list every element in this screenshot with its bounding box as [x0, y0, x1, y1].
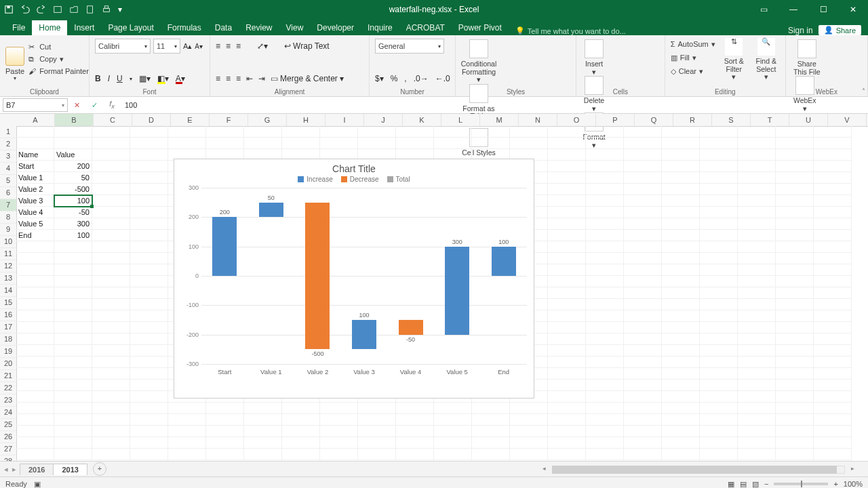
wrap-text-button[interactable]: ↩Wrap Text — [284, 41, 330, 51]
close-icon[interactable]: ✕ — [838, 0, 868, 19]
cell[interactable] — [776, 437, 814, 449]
cell[interactable] — [54, 414, 92, 426]
cell[interactable] — [776, 161, 814, 172]
cell[interactable] — [738, 287, 776, 299]
cell[interactable] — [586, 368, 624, 380]
cell[interactable] — [548, 184, 586, 195]
share-button[interactable]: 👤 Share — [818, 25, 861, 35]
cell[interactable] — [92, 345, 130, 357]
touch-icon[interactable] — [53, 5, 62, 14]
cell[interactable] — [320, 126, 358, 138]
cell[interactable] — [54, 368, 92, 380]
cell[interactable] — [624, 184, 662, 195]
cell[interactable] — [396, 403, 434, 414]
cell[interactable] — [16, 449, 54, 460]
worksheet[interactable]: ABCDEFGHIJKLMNOPQRSTUV 12345678910111213… — [0, 114, 868, 461]
cell[interactable] — [472, 138, 510, 149]
cell[interactable] — [700, 310, 738, 322]
cell[interactable] — [624, 368, 662, 380]
cell[interactable] — [16, 414, 54, 426]
cell[interactable] — [92, 218, 130, 230]
cell[interactable]: Value 1 — [16, 172, 54, 184]
row-header[interactable]: 4 — [0, 163, 16, 175]
cell[interactable] — [16, 264, 54, 276]
scroll-right-icon[interactable]: ▸ — [851, 465, 854, 472]
chart-bar[interactable] — [352, 320, 376, 349]
cell[interactable] — [814, 449, 852, 460]
cell[interactable] — [738, 368, 776, 380]
grow-font-icon[interactable]: A▴ — [183, 42, 192, 51]
cell[interactable] — [130, 299, 168, 310]
cell[interactable] — [738, 414, 776, 426]
cell[interactable] — [624, 195, 662, 207]
cell[interactable] — [92, 241, 130, 253]
cell[interactable] — [662, 172, 700, 184]
row-header[interactable]: 9 — [0, 224, 16, 236]
cell[interactable] — [624, 230, 662, 241]
cell[interactable] — [776, 414, 814, 426]
cell[interactable] — [130, 264, 168, 276]
cell[interactable] — [92, 426, 130, 437]
cell[interactable] — [700, 207, 738, 218]
cell[interactable] — [54, 437, 92, 449]
cell[interactable] — [738, 149, 776, 161]
chart-bar[interactable] — [492, 247, 516, 276]
row-header[interactable]: 8 — [0, 211, 16, 224]
cell[interactable] — [814, 172, 852, 184]
cell[interactable] — [776, 368, 814, 380]
inc-decimal-icon[interactable]: .0→ — [414, 74, 429, 83]
col-header[interactable]: Q — [635, 114, 673, 126]
cell[interactable] — [814, 380, 852, 391]
cell[interactable] — [54, 333, 92, 345]
view-pagebreak-icon[interactable]: ▧ — [752, 480, 759, 489]
cell[interactable] — [548, 218, 586, 230]
cell[interactable] — [624, 207, 662, 218]
align-center-icon[interactable]: ≡ — [226, 74, 231, 83]
cell[interactable] — [548, 126, 586, 138]
cell[interactable] — [548, 368, 586, 380]
cell[interactable] — [206, 138, 244, 149]
horizontal-scrollbar[interactable]: ◂ ▸ — [542, 465, 854, 474]
cell[interactable] — [54, 253, 92, 264]
tab-developer[interactable]: Developer — [310, 20, 361, 35]
save-icon[interactable] — [4, 5, 14, 14]
cell[interactable] — [16, 380, 54, 391]
cell[interactable] — [548, 253, 586, 264]
col-header[interactable]: K — [403, 114, 441, 126]
cell[interactable] — [54, 357, 92, 368]
cell[interactable] — [662, 345, 700, 357]
row-header[interactable]: 14 — [0, 285, 16, 297]
cell[interactable] — [206, 414, 244, 426]
row-header[interactable]: 7 — [0, 199, 16, 211]
cell[interactable] — [130, 230, 168, 241]
cell[interactable] — [16, 126, 54, 138]
cell[interactable] — [738, 161, 776, 172]
cell[interactable] — [130, 184, 168, 195]
cell[interactable] — [206, 426, 244, 437]
cell[interactable] — [54, 126, 92, 138]
cell[interactable] — [282, 138, 320, 149]
cell[interactable] — [814, 368, 852, 380]
cell[interactable] — [738, 437, 776, 449]
cell[interactable] — [92, 161, 130, 172]
cell[interactable] — [624, 264, 662, 276]
cell[interactable] — [358, 403, 396, 414]
cell[interactable] — [738, 380, 776, 391]
cell[interactable] — [472, 403, 510, 414]
col-header[interactable]: V — [828, 114, 867, 126]
indent-dec-icon[interactable]: ⇤ — [246, 74, 253, 83]
cell[interactable] — [54, 380, 92, 391]
cell[interactable] — [396, 138, 434, 149]
cell[interactable] — [662, 380, 700, 391]
cell[interactable] — [548, 264, 586, 276]
cell[interactable] — [92, 357, 130, 368]
cell[interactable] — [130, 357, 168, 368]
cell[interactable] — [92, 310, 130, 322]
cell[interactable] — [130, 403, 168, 414]
cell[interactable] — [206, 437, 244, 449]
cell[interactable] — [586, 276, 624, 287]
cell[interactable] — [130, 218, 168, 230]
cell[interactable] — [624, 357, 662, 368]
cell[interactable] — [396, 426, 434, 437]
cell[interactable] — [738, 357, 776, 368]
